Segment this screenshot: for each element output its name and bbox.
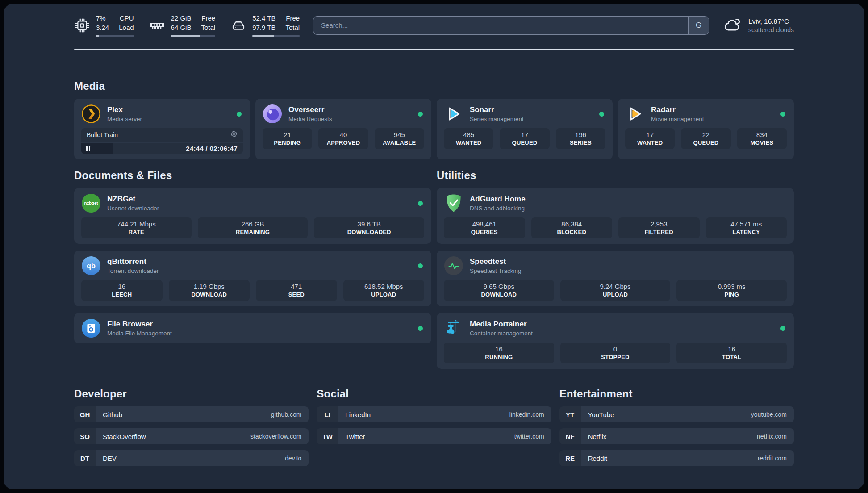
stat-label: AVAILABLE bbox=[376, 139, 422, 146]
link-name: Github bbox=[103, 411, 122, 418]
entertainment-section: Entertainment YT YouTube youtube.com NF … bbox=[559, 388, 794, 466]
stat-value: 16 bbox=[678, 345, 785, 353]
app-description: Speedtest Tracking bbox=[470, 267, 787, 274]
search-bar: G bbox=[313, 16, 709, 35]
stat-label: LEECH bbox=[83, 291, 161, 298]
app-card-portainer[interactable]: Media Portainer Container management 16 … bbox=[437, 313, 794, 369]
stat-value: 2,953 bbox=[620, 220, 698, 228]
stat-ping: 0.993 ms PING bbox=[676, 280, 787, 301]
playback-time: 24:44 / 02:06:47 bbox=[186, 145, 238, 152]
link-url: github.com bbox=[271, 411, 301, 418]
link-twitter[interactable]: TW Twitter twitter.com bbox=[317, 428, 551, 444]
stat-value: 22 bbox=[683, 131, 729, 138]
cloud-icon bbox=[722, 17, 742, 34]
stat-downloaded: 39.6 TB DOWNLOADED bbox=[314, 217, 424, 238]
hard-drive-icon bbox=[230, 17, 246, 33]
stat-upload: 9.24 Gbps UPLOAD bbox=[560, 280, 671, 301]
stat-label: RATE bbox=[83, 229, 190, 235]
developer-section: Developer GH Github github.com SO StackO… bbox=[74, 388, 309, 466]
svg-text:qb: qb bbox=[87, 262, 96, 270]
app-card-speedtest[interactable]: Speedtest Speedtest Tracking 9.65 Gbps D… bbox=[437, 251, 794, 306]
portainer-icon bbox=[444, 318, 463, 338]
stat-value: 0.993 ms bbox=[678, 283, 785, 290]
status-online-dot bbox=[418, 112, 423, 117]
cpu-load-label: Load bbox=[119, 23, 134, 32]
status-online-dot bbox=[418, 201, 423, 206]
link-reddit[interactable]: RE Reddit reddit.com bbox=[559, 450, 794, 466]
search-provider-button[interactable]: G bbox=[688, 17, 709, 34]
app-card-radarr[interactable]: Radarr Movie management 17 WANTED 22 QUE… bbox=[618, 99, 794, 159]
link-url: dev.to bbox=[285, 455, 301, 462]
link-tag: TW bbox=[317, 428, 338, 444]
stat-label: MOVIES bbox=[739, 139, 785, 146]
cpu-stat: 7% 3.24 CPU Load bbox=[74, 13, 134, 37]
app-name: Sonarr bbox=[470, 105, 593, 114]
stat-label: UPLOAD bbox=[562, 291, 669, 298]
stat-value: 39.6 TB bbox=[316, 220, 422, 228]
stat-value: 618.52 Mbps bbox=[345, 283, 423, 290]
app-card-plex[interactable]: Plex Media server Bullet Train bbox=[74, 99, 250, 159]
link-netflix[interactable]: NF Netflix netflix.com bbox=[559, 428, 794, 444]
stat-value: 0 bbox=[562, 345, 669, 353]
stat-label: QUERIES bbox=[446, 229, 523, 235]
system-stats: 7% 3.24 CPU Load bbox=[74, 13, 300, 37]
stat-approved: 40 APPROVED bbox=[318, 128, 368, 149]
stat-series: 196 SERIES bbox=[556, 128, 605, 149]
stat-available: 945 AVAILABLE bbox=[375, 128, 424, 149]
radarr-icon bbox=[625, 104, 645, 124]
overseerr-icon bbox=[263, 104, 282, 124]
link-name: Twitter bbox=[345, 433, 365, 440]
plex-now-playing: Bullet Train 24:44 / 02:06:47 bbox=[81, 128, 243, 154]
stat-label: UPLOAD bbox=[345, 291, 423, 298]
app-name: File Browser bbox=[107, 320, 412, 329]
app-card-sonarr[interactable]: Sonarr Series management 485 WANTED 17 Q… bbox=[437, 99, 613, 159]
memory-total-value: 64 GiB bbox=[171, 23, 192, 32]
link-stackoverflow[interactable]: SO StackOverflow stackoverflow.com bbox=[74, 428, 309, 444]
link-linkedin[interactable]: LI LinkedIn linkedin.com bbox=[317, 406, 551, 422]
app-card-adguard[interactable]: AdGuard Home DNS and adblocking 498,461 … bbox=[437, 188, 794, 244]
storage-total-label: Total bbox=[285, 23, 300, 32]
app-name: Radarr bbox=[651, 105, 774, 114]
weather-location-temp: Lviv, 16.87°C bbox=[748, 17, 794, 25]
link-name: Netflix bbox=[588, 433, 607, 440]
stat-label: DOWNLOADED bbox=[316, 229, 422, 235]
link-name: StackOverflow bbox=[103, 433, 146, 440]
app-card-nzbget[interactable]: nzbget NZBGet Usenet downloader 744.21 M… bbox=[74, 188, 431, 244]
stat-value: 40 bbox=[320, 131, 366, 138]
stat-label: WANTED bbox=[627, 139, 673, 146]
weather-condition: scattered clouds bbox=[748, 26, 794, 33]
section-title-social: Social bbox=[317, 388, 551, 400]
link-github[interactable]: GH Github github.com bbox=[74, 406, 309, 422]
link-tag: GH bbox=[74, 406, 96, 422]
app-description: DNS and adblocking bbox=[470, 205, 787, 212]
weather-widget: Lviv, 16.87°C scattered clouds bbox=[722, 17, 794, 34]
app-name: NZBGet bbox=[107, 195, 412, 204]
filebrowser-icon bbox=[81, 318, 101, 338]
adguard-icon bbox=[444, 193, 463, 213]
stat-value: 17 bbox=[501, 131, 547, 138]
status-online-dot bbox=[237, 112, 242, 117]
stat-remaining: 266 GB REMAINING bbox=[198, 217, 308, 238]
app-card-qbittorrent[interactable]: qb qBittorrent Torrent downloader 16 LEE… bbox=[74, 251, 431, 306]
stat-queries: 498,461 QUERIES bbox=[444, 217, 525, 238]
stat-pending: 21 PENDING bbox=[263, 128, 312, 149]
stat-filtered: 2,953 FILTERED bbox=[618, 217, 700, 238]
app-description: Media server bbox=[107, 116, 230, 122]
app-description: Media File Management bbox=[107, 330, 412, 337]
link-youtube[interactable]: YT YouTube youtube.com bbox=[559, 406, 794, 422]
stat-value: 196 bbox=[558, 131, 604, 138]
stat-label: QUEUED bbox=[683, 139, 729, 146]
storage-free-label: Free bbox=[285, 13, 300, 23]
storage-free-value: 52.4 TB bbox=[252, 13, 275, 23]
playback-progress-bar: 24:44 / 02:06:47 bbox=[81, 143, 243, 154]
link-dev-to[interactable]: DT DEV dev.to bbox=[74, 450, 309, 466]
link-tag: LI bbox=[317, 406, 338, 422]
stat-running: 16 RUNNING bbox=[444, 343, 554, 363]
top-bar: 7% 3.24 CPU Load bbox=[74, 13, 794, 37]
search-input[interactable] bbox=[313, 17, 688, 34]
app-card-overseerr[interactable]: Overseerr Media Requests 21 PENDING 40 A… bbox=[255, 99, 431, 159]
stat-blocked: 86,384 BLOCKED bbox=[531, 217, 613, 238]
app-card-filebrowser[interactable]: File Browser Media File Management bbox=[74, 313, 431, 343]
stat-label: FILTERED bbox=[620, 229, 698, 235]
link-url: netflix.com bbox=[757, 433, 787, 440]
